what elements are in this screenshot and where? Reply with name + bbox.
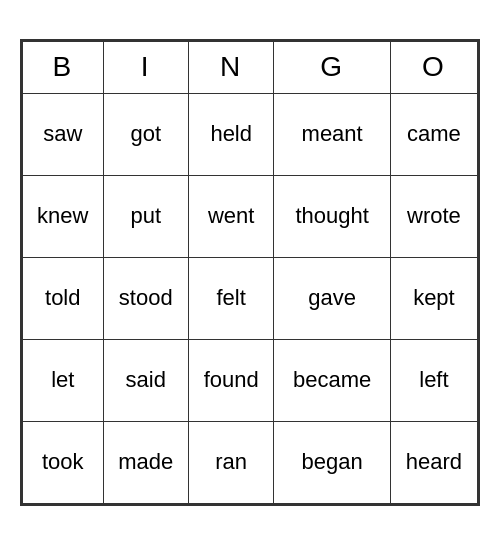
- bingo-cell-0-1: got: [103, 93, 188, 175]
- bingo-cell-3-3: became: [274, 339, 390, 421]
- bingo-cell-0-2: held: [188, 93, 273, 175]
- bingo-cell-1-0: knew: [23, 175, 104, 257]
- bingo-cell-2-3: gave: [274, 257, 390, 339]
- bingo-row-1: knewputwentthoughtwrote: [23, 175, 478, 257]
- header-letter-g: G: [274, 41, 390, 93]
- bingo-cell-1-4: wrote: [390, 175, 477, 257]
- bingo-row-2: toldstoodfeltgavekept: [23, 257, 478, 339]
- bingo-cell-2-2: felt: [188, 257, 273, 339]
- bingo-cell-4-4: heard: [390, 421, 477, 503]
- bingo-row-4: tookmaderanbeganheard: [23, 421, 478, 503]
- bingo-cell-0-4: came: [390, 93, 477, 175]
- bingo-cell-1-1: put: [103, 175, 188, 257]
- bingo-cell-0-0: saw: [23, 93, 104, 175]
- bingo-row-0: sawgotheldmeantcame: [23, 93, 478, 175]
- bingo-board: BINGO sawgotheldmeantcameknewputwentthou…: [20, 39, 480, 506]
- header-letter-o: O: [390, 41, 477, 93]
- bingo-cell-4-2: ran: [188, 421, 273, 503]
- bingo-table: BINGO sawgotheldmeantcameknewputwentthou…: [22, 41, 478, 504]
- bingo-cell-3-4: left: [390, 339, 477, 421]
- bingo-cell-2-4: kept: [390, 257, 477, 339]
- header-letter-i: I: [103, 41, 188, 93]
- bingo-cell-2-0: told: [23, 257, 104, 339]
- bingo-cell-1-3: thought: [274, 175, 390, 257]
- bingo-cell-1-2: went: [188, 175, 273, 257]
- bingo-cell-3-2: found: [188, 339, 273, 421]
- bingo-cell-3-0: let: [23, 339, 104, 421]
- bingo-row-3: letsaidfoundbecameleft: [23, 339, 478, 421]
- bingo-cell-4-3: began: [274, 421, 390, 503]
- bingo-cell-4-1: made: [103, 421, 188, 503]
- header-letter-b: B: [23, 41, 104, 93]
- header-letter-n: N: [188, 41, 273, 93]
- bingo-cell-4-0: took: [23, 421, 104, 503]
- bingo-cell-2-1: stood: [103, 257, 188, 339]
- bingo-cell-0-3: meant: [274, 93, 390, 175]
- bingo-cell-3-1: said: [103, 339, 188, 421]
- header-row: BINGO: [23, 41, 478, 93]
